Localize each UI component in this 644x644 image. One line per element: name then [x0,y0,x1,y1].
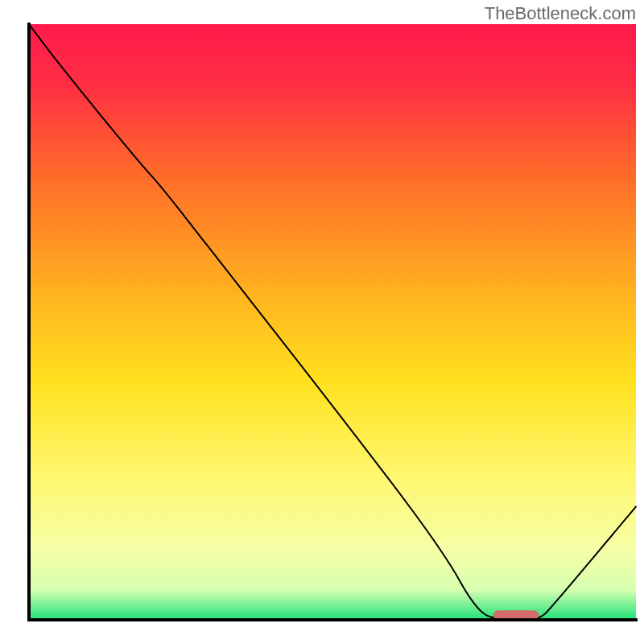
watermark-label: TheBottleneck.com [485,3,636,24]
plot-area [27,23,638,621]
chart-container: TheBottleneck.com [0,0,644,644]
gradient-background [29,24,636,620]
bottleneck-chart [0,0,644,644]
